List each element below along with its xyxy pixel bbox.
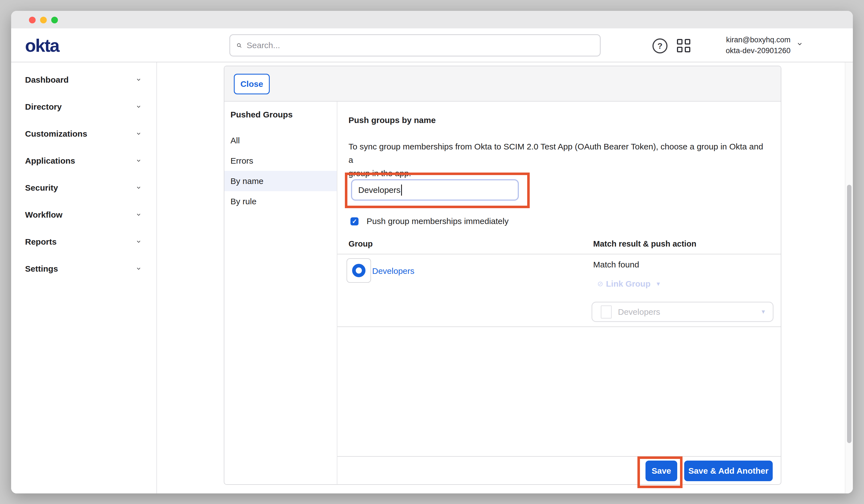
push-groups-dialog: Close Pushed Groups All Errors By name B… [224,66,781,485]
push-immediately-checkbox[interactable]: ✓ [350,217,359,225]
panel-item-by-rule[interactable]: By rule [224,191,337,212]
sidebar-item-workflow[interactable]: Workflow [11,201,156,228]
vertical-scrollbar-thumb[interactable] [847,185,851,443]
vertical-scrollbar-track[interactable] [845,62,853,493]
column-header-match: Match result & push action [593,239,696,249]
page-title: Push groups by name [348,116,436,125]
window-titlebar [11,11,853,28]
panel-item-all[interactable]: All [224,130,337,151]
user-org: okta-dev-20901260 [726,45,791,56]
group-link[interactable]: Developers [372,266,415,276]
table-header-divider [337,254,781,254]
sidebar-item-security[interactable]: Security [11,174,156,201]
chevron-down-icon [137,133,140,135]
window-close-button[interactable] [29,17,36,23]
push-immediately-label: Push group memberships immediately [367,217,508,226]
user-menu[interactable]: kiran@boxyhq.com okta-dev-20901260 [726,35,791,56]
user-menu-chevron-down-icon[interactable] [798,43,802,45]
window-zoom-button[interactable] [51,17,58,23]
save-button[interactable]: Save [646,460,677,481]
footer-divider [337,456,781,457]
sidebar-item-directory[interactable]: Directory [11,93,156,120]
link-group-button[interactable]: Link Group ▼ [598,279,661,289]
push-by-name-pane: Push groups by name To sync group member… [337,101,781,484]
sidebar-item-applications[interactable]: Applications [11,147,156,174]
chevron-down-icon [137,187,140,189]
table-row-divider [337,326,781,327]
search-icon [237,43,242,48]
sidebar-item-dashboard[interactable]: Dashboard [11,66,156,93]
top-nav: okta ? kiran@boxyhq.com okta-dev-2090126… [11,28,853,62]
search-input[interactable] [247,41,593,50]
window-minimize-button[interactable] [40,17,47,23]
chevron-down-icon [137,214,140,216]
link-icon [598,281,603,286]
panel-item-errors[interactable]: Errors [224,151,337,171]
pushed-groups-panel: Pushed Groups All Errors By name By rule [224,101,337,484]
group-avatar [347,258,371,283]
sidebar-item-customizations[interactable]: Customizations [11,120,156,147]
sidebar-nav: Dashboard Directory Customizations Appli… [11,62,157,493]
main-content: Close Pushed Groups All Errors By name B… [158,62,845,493]
apps-grid-icon[interactable] [677,39,690,52]
sidebar-item-reports[interactable]: Reports [11,228,156,255]
user-email: kiran@boxyhq.com [726,35,791,45]
group-name-input[interactable]: Developers [351,179,519,201]
group-circle-icon [352,264,365,277]
target-group-select[interactable]: Developers ▼ [591,302,773,322]
chevron-down-icon [137,79,140,81]
close-button[interactable]: Close [234,74,270,94]
chevron-down-icon [137,268,140,270]
panel-item-by-name[interactable]: By name [224,171,337,191]
chevron-down-icon [137,241,140,243]
global-search[interactable] [229,34,601,57]
pushed-groups-title: Pushed Groups [224,101,337,122]
match-status: Match found [593,260,639,269]
chevron-down-icon [137,106,140,108]
select-caret-icon: ▼ [760,309,766,315]
help-icon[interactable]: ? [652,38,668,53]
description-text: To sync group memberships from Okta to S… [348,140,766,180]
link-group-caret-icon: ▼ [656,281,661,287]
app-window: okta ? kiran@boxyhq.com okta-dev-2090126… [11,11,853,493]
dialog-header: Close [224,66,781,101]
chevron-down-icon [137,160,140,162]
sidebar-item-settings[interactable]: Settings [11,255,156,282]
column-header-group: Group [348,239,373,249]
text-cursor [401,184,402,196]
save-add-another-button[interactable]: Save & Add Another [684,460,773,481]
select-placeholder-icon [601,305,612,319]
okta-logo: okta [25,36,59,56]
